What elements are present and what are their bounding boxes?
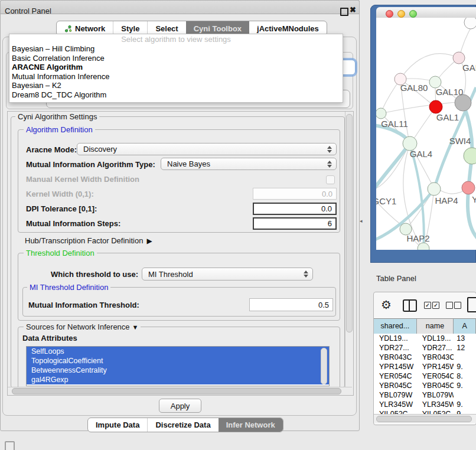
algorithm-option-dream8-dc-tdc-algorithm[interactable]: Dream8 DC_TDC Algorithm xyxy=(9,90,343,100)
network-node[interactable] xyxy=(464,148,476,164)
table-cell: 12 xyxy=(454,343,476,353)
which-threshold-label: Which threshold to use: xyxy=(51,270,138,279)
network-node[interactable] xyxy=(455,94,471,111)
manual-kernel-width-label: Manual Kernel Width Definition xyxy=(26,175,139,184)
kernel-width-field[interactable]: 0.0 xyxy=(253,188,337,200)
algorithm-option-bayesian-k2[interactable]: Bayesian – K2 xyxy=(9,81,343,90)
tab-label: Select xyxy=(155,24,178,33)
mi-threshold-field[interactable]: 0.5 xyxy=(249,298,333,311)
column-header-name[interactable]: name xyxy=(417,319,454,334)
table-cell xyxy=(454,353,476,362)
minimize-traffic-light-icon[interactable] xyxy=(397,10,405,18)
tab-discretize-data[interactable]: Discretize Data xyxy=(147,418,218,432)
algorithm-option-basic-correlation-inference[interactable]: Basic Correlation Inference xyxy=(9,54,343,63)
network-window-titlebar xyxy=(376,7,476,18)
column-header-shared[interactable]: shared... xyxy=(374,319,417,334)
mi-algorithm-type-combo[interactable]: Naive Bayes xyxy=(161,158,337,170)
table-cell: YDL19... xyxy=(417,334,454,343)
attribute-item-topologicalcoefficient[interactable]: TopologicalCoefficient xyxy=(27,356,329,366)
mi-threshold-label: Mutual Information Threshold: xyxy=(28,301,139,309)
algorithm-option-mutual-information-inference[interactable]: Mutual Information Inference xyxy=(9,72,343,81)
node-label-hap4: HAP4 xyxy=(435,195,458,206)
tab-label: Network xyxy=(75,24,105,33)
zoom-traffic-light-icon[interactable] xyxy=(409,10,417,18)
table-cell: YBL079W xyxy=(374,390,417,400)
mi-steps-field[interactable]: 6 xyxy=(253,217,337,230)
algorithm-option-aracne-algorithm[interactable]: ARACNE Algorithm xyxy=(9,63,343,72)
sources-title[interactable]: Sources for Network Inference▼ xyxy=(24,322,141,331)
network-node[interactable] xyxy=(429,100,442,113)
close-icon[interactable]: ✖ xyxy=(350,5,356,14)
table-row[interactable]: YLR345WYLR345W9. xyxy=(374,400,476,409)
network-node[interactable] xyxy=(453,52,465,64)
network-node[interactable] xyxy=(462,181,475,194)
table-cell: YBR045C xyxy=(417,381,454,390)
tab-label: Impute Data xyxy=(96,420,139,429)
select-all-checkboxes-icon[interactable]: ✓ xyxy=(432,302,439,309)
table-cell: YBR043C xyxy=(374,353,417,362)
table-cell: YBR043C xyxy=(417,353,454,362)
table-horizontal-scrollbar-thumb[interactable] xyxy=(376,416,472,422)
table-cell: 9. xyxy=(454,381,476,390)
network-node[interactable] xyxy=(376,108,386,119)
attribute-item-selfloops[interactable]: SelfLoops xyxy=(27,347,329,356)
attribute-item-gal4rgexp[interactable]: gal4RGexp xyxy=(27,375,329,384)
table-row[interactable]: YPR145WYPR145W9. xyxy=(374,362,476,371)
tab-label: Style xyxy=(121,24,139,33)
table-horizontal-scrollbar[interactable] xyxy=(374,414,476,423)
network-edge[interactable] xyxy=(459,25,472,57)
network-node[interactable] xyxy=(429,76,441,88)
settings-horizontal-scrollbar-thumb[interactable] xyxy=(12,388,341,394)
node-label-gal11: GAL11 xyxy=(381,119,408,129)
aracne-mode-label: Aracne Mode: xyxy=(26,145,77,154)
tab-impute-data[interactable]: Impute Data xyxy=(88,418,147,432)
table-row[interactable]: YBR045CYBR045C9. xyxy=(374,381,476,390)
table-row[interactable]: YDR27...YDR27...12 xyxy=(374,343,476,353)
node-label-hap2: HAP2 xyxy=(406,233,429,243)
dpi-tolerance-field[interactable]: 0.0 xyxy=(253,203,337,215)
deselect-all-checkboxes-icon[interactable] xyxy=(446,302,453,309)
table-row[interactable]: YIL052CYIL052C9. xyxy=(374,409,476,414)
table-cell: 9. xyxy=(454,400,476,409)
table-row[interactable]: YBL079WYBL079W xyxy=(374,390,476,400)
network-canvas[interactable]: GALGAL80GAL10GAL1GAL11SWI4GAL4GCY1HAP4YH… xyxy=(376,18,476,250)
node-label-gal: GAL xyxy=(462,63,476,73)
close-traffic-light-icon[interactable] xyxy=(386,10,393,18)
algorithm-definition-title: Algorithm Definition xyxy=(24,125,95,134)
hub-definition-expander[interactable]: Hub/Transcription Factor Definition▶ xyxy=(25,236,152,245)
float-panel-icon[interactable] xyxy=(340,8,348,16)
list-scrollbar-thumb[interactable] xyxy=(321,348,327,384)
deselect-all-checkboxes-icon[interactable] xyxy=(454,302,461,309)
table-cell: 9. xyxy=(454,409,476,414)
attribute-item-betweennesscentrality[interactable]: BetweennessCentrality xyxy=(27,366,329,375)
sources-title-text: Sources for Network Inference xyxy=(26,322,130,331)
tab-label: jActiveMNodules xyxy=(257,24,319,33)
table-row[interactable]: YBR043CYBR043C xyxy=(374,353,476,362)
manual-kernel-width-checkbox[interactable] xyxy=(326,175,335,184)
aracne-mode-combo[interactable]: Discovery xyxy=(77,143,337,155)
table-row[interactable]: YDL19...YDL19...13 xyxy=(374,334,476,343)
table-cell: YER054C xyxy=(374,371,417,381)
minimized-panel-icon[interactable] xyxy=(5,441,15,450)
algorithm-dropdown-items: Bayesian – Hill ClimbingBasic Correlatio… xyxy=(9,44,343,100)
gear-icon[interactable]: ⚙ xyxy=(381,298,392,312)
settings-vertical-scrollbar-thumb[interactable] xyxy=(346,114,353,332)
algorithm-option-bayesian-hill-climbing[interactable]: Bayesian – Hill Climbing xyxy=(9,44,343,54)
select-all-checkboxes-icon[interactable]: ✓ xyxy=(424,302,431,309)
stepper-arrows-icon xyxy=(327,146,332,153)
column-header-a[interactable]: A xyxy=(454,319,476,334)
data-attributes-list[interactable]: SelfLoopsTopologicalCoefficientBetweenne… xyxy=(26,346,330,386)
network-node[interactable] xyxy=(428,182,441,195)
tab-infer-network[interactable]: Infer Network xyxy=(219,418,283,432)
mi-steps-label: Mutual Information Steps: xyxy=(26,219,120,228)
table-toolbar: ⚙ ✓ ✓ xyxy=(374,296,476,315)
table-row[interactable]: YER054CYER054C8. xyxy=(374,371,476,381)
network-node[interactable] xyxy=(464,18,476,29)
apply-button[interactable]: Apply xyxy=(159,399,201,413)
node-label-gal80: GAL80 xyxy=(400,83,428,93)
panel-divider-handle[interactable]: ◂ xyxy=(360,218,363,224)
new-table-icon[interactable] xyxy=(467,297,476,312)
aracne-mode-value: Discovery xyxy=(83,145,117,154)
split-panel-icon[interactable] xyxy=(403,299,417,312)
which-threshold-combo[interactable]: MI Threshold xyxy=(142,268,313,281)
